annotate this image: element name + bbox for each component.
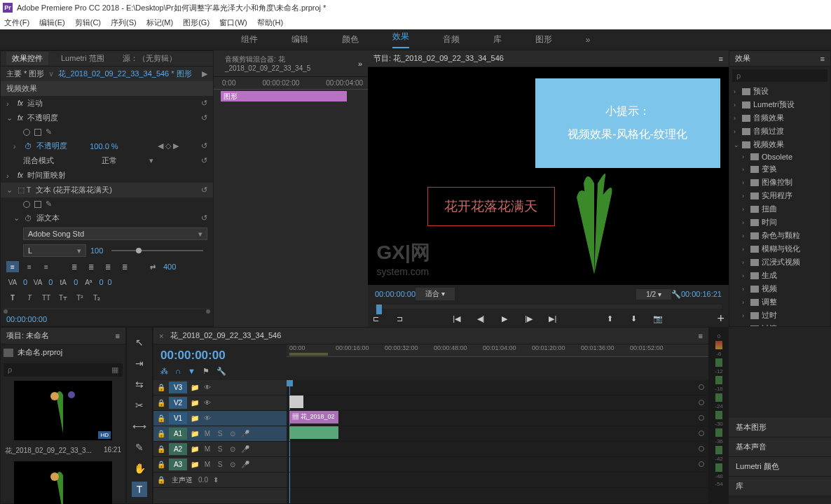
allcaps-icon[interactable]: TT (40, 292, 53, 303)
effects-tree-item[interactable]: ›预设 (729, 85, 830, 98)
export-frame-icon[interactable]: 📷 (653, 313, 663, 324)
row-time-remap[interactable]: ›fx 时间重映射 (1, 168, 213, 183)
keyframe-marker[interactable] (699, 446, 704, 451)
solo-button[interactable]: S (215, 460, 225, 470)
keyframe-marker[interactable] (699, 384, 704, 390)
go-to-out-icon[interactable]: ▶| (548, 313, 558, 324)
clip-audio-a1[interactable] (289, 426, 338, 439)
effects-tree-item[interactable]: ›生成 (729, 269, 830, 282)
chevron-icon[interactable]: › (742, 286, 748, 293)
text-selection-box[interactable]: 花开花落花满天 (427, 187, 555, 226)
menu-window[interactable]: 窗口(W) (219, 18, 247, 28)
pen-mask-icon[interactable]: ✎ (46, 127, 52, 136)
effects-tree-item[interactable]: ›Obsolete (729, 151, 830, 162)
track-a3[interactable]: A3 📁 M S ⊙ 🎤 (153, 457, 287, 472)
settings-icon[interactable]: ⚑ (202, 367, 210, 376)
extract-icon[interactable]: ⬇ (629, 313, 638, 324)
effects-tree-item[interactable]: ›模糊与锐化 (729, 242, 830, 255)
track-v1[interactable]: V1 📁 (153, 411, 287, 426)
rect-mask-icon[interactable] (34, 129, 41, 136)
effects-tree-item[interactable]: ›时间 (729, 216, 830, 229)
clip-graphic[interactable] (289, 396, 303, 408)
effects-tree-item[interactable]: ›调整 (729, 295, 830, 309)
reset-icon[interactable]: ↺ (201, 186, 207, 195)
timeline-ruler[interactable]: 00:00 00:00:16:00 00:00:32:00 00:00:48:0… (287, 344, 708, 357)
ec-scrollbar[interactable] (4, 308, 210, 309)
stopwatch-icon[interactable]: ⏱ (25, 142, 32, 150)
workspace-overflow-icon[interactable]: » (586, 35, 591, 45)
chevron-icon[interactable]: ⌄ (734, 141, 739, 148)
lock-icon[interactable] (156, 460, 166, 470)
chevron-icon[interactable]: › (734, 88, 739, 95)
lock-icon[interactable] (156, 429, 166, 439)
toggle-output-icon[interactable]: 📁 (190, 429, 200, 439)
track-v2[interactable]: V2 📁 (153, 396, 287, 411)
reset-icon[interactable]: ↺ (201, 113, 207, 122)
effects-tree-item[interactable]: ›视频 (729, 282, 830, 295)
lock-icon[interactable] (156, 383, 166, 393)
opacity-value[interactable]: 100.0 % (90, 142, 118, 150)
workspace-tab-effects[interactable]: 效果 (392, 31, 409, 48)
effects-tree-item[interactable]: ⌄视频效果 (729, 138, 830, 151)
align-center-icon[interactable]: ≡ (23, 261, 36, 272)
chevron-icon[interactable]: › (742, 272, 748, 279)
align-justify-last-left-icon[interactable]: ≣ (85, 261, 97, 272)
add-button-icon[interactable]: + (716, 313, 726, 324)
chevron-icon[interactable]: › (742, 153, 748, 160)
mini-clip-graphic[interactable]: 图形 (221, 91, 347, 102)
zoom-dropdown[interactable]: 1/2 ▾ (636, 289, 671, 300)
align-right-icon[interactable]: ≡ (40, 261, 53, 272)
chevron-icon[interactable]: › (742, 312, 748, 319)
panel-essential-sound[interactable]: 基本声音 (729, 438, 831, 457)
mute-button[interactable]: M (202, 429, 212, 439)
program-timecode-left[interactable]: 00:00:00:00 (375, 290, 416, 298)
playhead-icon[interactable] (376, 304, 382, 314)
record-icon[interactable]: ⊙ (228, 460, 238, 470)
toggle-output-icon[interactable]: 📁 (190, 383, 200, 393)
align-justify-last-right-icon[interactable]: ≣ (118, 261, 131, 272)
track-master[interactable]: 主声道 0.0 ⬍ (153, 472, 287, 488)
program-timecode-right[interactable]: 00:00:16:21 (681, 290, 722, 298)
tab-source[interactable]: 源：（无剪辑） (117, 52, 182, 65)
keyframe-marker[interactable] (699, 415, 704, 421)
lock-icon[interactable] (156, 398, 166, 408)
clip-thumbnail[interactable]: HD (14, 381, 112, 440)
linked-selection-icon[interactable]: ∩ (175, 367, 181, 376)
razor-tool-icon[interactable]: ✂ (132, 398, 147, 413)
smallcaps-icon[interactable]: Tᴛ (57, 292, 69, 303)
keyframe-marker[interactable] (699, 430, 704, 436)
mute-button[interactable]: M (202, 460, 212, 470)
reset-icon[interactable]: ↺ (201, 99, 207, 108)
tab-audio-mixer[interactable]: 音频剪辑混合器: 花_2018_02_09_22_33_34_5 (219, 53, 351, 74)
panel-menu-icon[interactable]: ≡ (116, 332, 120, 340)
keyframe-marker[interactable] (699, 400, 704, 405)
chevron-icon[interactable]: › (734, 115, 739, 122)
solo-button[interactable]: S (215, 444, 225, 454)
project-bin[interactable]: 未命名.prproj (1, 344, 125, 360)
row-source-text[interactable]: ⌄ ⏱ 源文本 ↺ (1, 211, 213, 225)
menu-help[interactable]: 帮助(H) (257, 18, 283, 28)
effects-tree-item[interactable]: ›杂色与颗粒 (729, 229, 830, 242)
project-search-input[interactable]: ρ ▦ (4, 363, 123, 377)
superscript-icon[interactable]: T² (74, 292, 86, 303)
ripple-edit-tool-icon[interactable]: ⇆ (132, 377, 147, 392)
step-forward-icon[interactable]: |▶ (523, 313, 533, 324)
clip-video-v1[interactable]: ▦ 花_2018_02 (289, 411, 338, 424)
panel-essential-graphics[interactable]: 基本图形 (729, 418, 831, 438)
filter-icon[interactable]: ▦ (111, 365, 118, 374)
chevron-icon[interactable]: › (734, 102, 739, 108)
toggle-output-icon[interactable]: 📁 (190, 444, 200, 454)
row-opacity-group[interactable]: ⌄fx 不透明度 ↺ (1, 111, 213, 125)
hand-tool-icon[interactable]: ✋ (132, 461, 147, 476)
effects-tree-item[interactable]: ›扭曲 (729, 202, 830, 216)
play-icon[interactable]: ▶ (202, 69, 207, 78)
font-size-value[interactable]: 100 (90, 246, 103, 255)
lock-icon[interactable] (156, 475, 166, 485)
voice-icon[interactable]: 🎤 (240, 444, 250, 454)
panel-lumetri-color[interactable]: Lumetri 颜色 (729, 457, 831, 477)
row-opacity[interactable]: › ⏱ 不透明度 100.0 % ◀ ◇ ▶ ↺ (1, 139, 213, 153)
ellipse-mask-icon[interactable] (23, 201, 30, 208)
mute-button[interactable]: M (202, 444, 212, 454)
overflow-icon[interactable]: » (358, 59, 362, 68)
play-icon[interactable]: ▶ (500, 313, 509, 324)
